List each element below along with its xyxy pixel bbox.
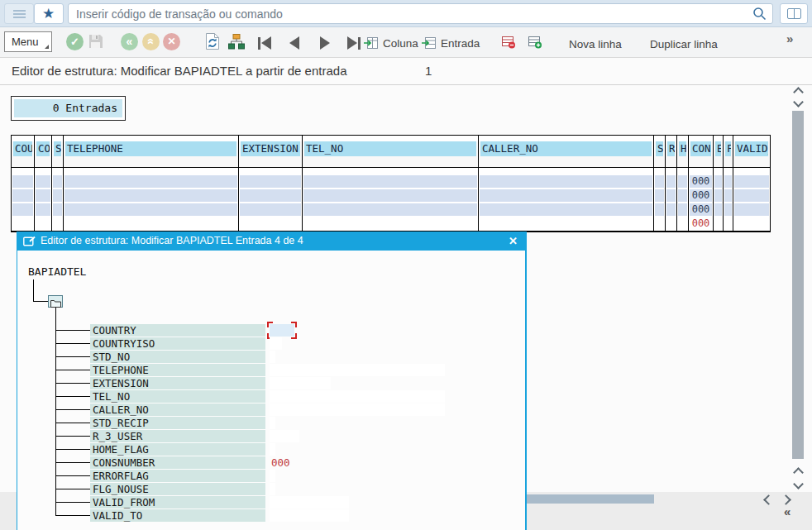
table-cell[interactable] [678,203,687,216]
favorites-button[interactable]: ★ [34,3,64,24]
table-cell[interactable] [655,203,664,216]
table-cell[interactable] [724,175,732,188]
table-cell[interactable] [666,175,676,188]
table-cell[interactable] [655,217,664,230]
table-cell[interactable] [714,175,722,188]
table-cell[interactable] [734,217,769,230]
table-cell[interactable] [53,203,62,216]
command-input[interactable] [68,3,773,24]
column-header[interactable]: S [52,141,63,168]
column-header[interactable]: TELEPHONE [64,141,238,168]
column-header[interactable]: EXTENSION [239,141,302,168]
scroll-up-bottom-icon[interactable] [793,467,804,478]
table-cell[interactable]: 000 [690,203,712,216]
field-value-box[interactable] [270,443,275,456]
column-header[interactable]: S [654,141,665,168]
new-line-button[interactable]: Nova linha [569,38,622,50]
table-cell[interactable] [12,189,33,202]
dialog-close-button[interactable]: ✕ [509,232,518,251]
column-header[interactable]: E [714,141,723,168]
table-cell[interactable] [714,203,722,216]
table-cell[interactable] [12,203,33,216]
delete-row-button[interactable] [501,36,516,52]
scroll-up-icon[interactable] [793,87,804,98]
table-cell[interactable] [666,189,676,202]
table-cell[interactable] [666,203,676,216]
exit-button[interactable]: « [142,33,160,50]
table-cell[interactable] [240,175,301,188]
table-cell[interactable]: 000 [690,189,712,202]
table-cell[interactable] [480,217,652,230]
split-view-button[interactable] [780,3,808,24]
menu-button[interactable]: Menu [4,31,52,52]
table-cell[interactable]: 000 [690,217,712,230]
table-cell[interactable] [64,217,237,230]
insert-row-button[interactable] [528,36,542,52]
dialog-title-bar[interactable]: Editor de estrutura: Modificar BAPIADTEL… [17,232,525,251]
confirm-button[interactable]: ✓ [66,33,84,50]
hierarchy-button[interactable] [228,34,245,53]
table-cell[interactable] [64,189,237,202]
table-cell[interactable] [724,217,732,230]
table-cell[interactable] [666,217,676,230]
search-icon[interactable] [752,7,767,21]
table-cell[interactable] [12,175,33,188]
table-cell[interactable] [240,189,301,202]
field-value-box[interactable] [270,509,349,522]
field-value[interactable]: 000 [271,456,290,469]
table-cell[interactable] [53,189,62,202]
entries-count-box[interactable]: 0 Entradas [11,96,126,121]
last-entry-button[interactable] [347,36,361,50]
previous-entry-button[interactable] [289,36,299,50]
table-cell[interactable] [240,203,301,216]
table-cell[interactable] [36,175,50,188]
column-header[interactable]: COU [12,141,34,168]
table-cell[interactable] [53,217,62,230]
table-cell[interactable] [303,203,477,216]
table-cell[interactable] [655,175,664,188]
scroll-down-bottom-icon[interactable] [793,479,804,489]
column-header[interactable]: CON [689,141,713,168]
table-cell[interactable] [480,203,652,216]
column-header[interactable]: F [724,141,733,168]
first-entry-button[interactable] [258,36,271,50]
table-cell[interactable] [480,175,652,188]
column-header[interactable]: H [677,141,688,168]
table-cell[interactable] [480,189,652,202]
horizontal-scrollbar-thumb[interactable] [527,494,654,504]
field-value-box[interactable] [270,351,275,363]
table-cell[interactable] [724,189,732,202]
next-entry-button[interactable] [320,36,330,50]
field-value-box[interactable] [270,496,349,509]
table-cell[interactable] [714,217,722,230]
cancel-button[interactable]: ✕ [163,33,180,50]
field-value-box[interactable] [270,390,445,403]
column-header[interactable]: CALLER_NO [479,141,653,168]
table-cell[interactable] [303,175,477,188]
field-value-box[interactable] [270,483,275,495]
field-value-box[interactable] [270,377,331,389]
table-cell[interactable] [714,189,722,202]
field-value-box[interactable] [270,430,299,442]
refresh-button[interactable] [204,32,221,54]
field-value-box[interactable] [270,470,275,482]
collapse-statusbar-button[interactable]: « [784,504,791,518]
field-value-box[interactable] [270,337,282,350]
table-cell[interactable] [734,189,769,202]
column-header[interactable]: CO [35,141,51,168]
table-cell[interactable] [64,175,237,188]
table-cell[interactable] [655,189,664,202]
table-cell[interactable] [303,217,477,230]
toolbar-overflow-button[interactable]: » [786,31,793,45]
table-cell[interactable]: 000 [690,175,712,188]
table-cell[interactable] [678,189,687,202]
table-cell[interactable] [36,217,50,230]
table-cell[interactable] [734,175,769,188]
entry-button[interactable]: Entrada [422,35,480,51]
back-button[interactable]: « [121,33,138,50]
table-cell[interactable] [53,175,62,188]
table-cell[interactable] [240,217,301,230]
field-value-box[interactable] [270,324,294,337]
column-header[interactable]: TEL_NO [303,141,478,168]
table-cell[interactable] [303,189,477,202]
